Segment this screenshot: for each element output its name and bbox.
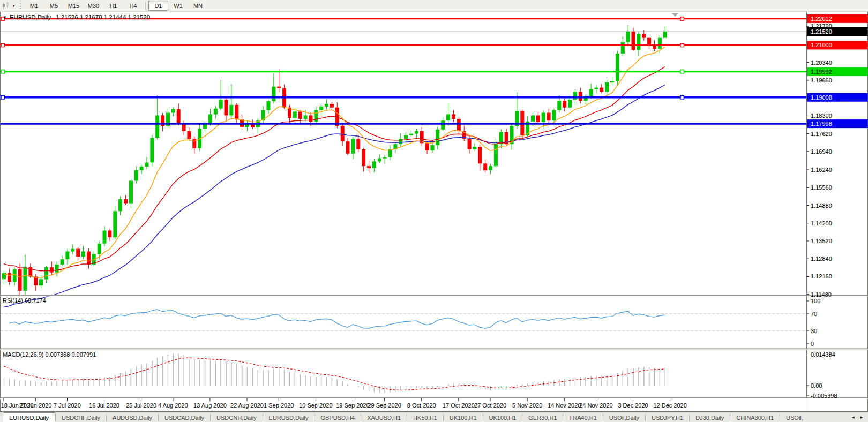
tab-scroll-arrows: ◄ ► xyxy=(847,412,868,422)
svg-text:1.12840: 1.12840 xyxy=(811,255,832,262)
svg-text:1.14200: 1.14200 xyxy=(811,220,832,227)
svg-text:1.18300: 1.18300 xyxy=(811,112,832,119)
svg-text:1.12160: 1.12160 xyxy=(811,273,832,280)
svg-text:10 Sep 2020: 10 Sep 2020 xyxy=(299,402,332,409)
timeframe-button-m5[interactable]: M5 xyxy=(44,1,64,11)
svg-text:1 Sep 2020: 1 Sep 2020 xyxy=(264,402,294,409)
svg-text:1.11480: 1.11480 xyxy=(811,291,832,298)
svg-text:0.00: 0.00 xyxy=(811,382,822,389)
chart-tab-13[interactable]: USOil,Daily xyxy=(603,412,645,422)
svg-text:3 Dec 2020: 3 Dec 2020 xyxy=(618,402,648,409)
svg-text:16 Jul 2020: 16 Jul 2020 xyxy=(89,402,119,409)
chart-tab-9[interactable]: UK100,H1 xyxy=(444,412,483,422)
svg-text:1.17998: 1.17998 xyxy=(811,120,832,127)
chart-canvas[interactable]: 1.217201.203401.196601.183001.176201.169… xyxy=(0,0,868,422)
chart-tab-12[interactable]: FRA40,H1 xyxy=(563,412,602,422)
top-toolbar: ▼ M1M5M15M30H1H4D1W1MN xyxy=(0,0,868,12)
svg-text:1.13520: 1.13520 xyxy=(811,238,832,244)
timeframe-button-m30[interactable]: M30 xyxy=(84,1,103,11)
svg-text:70: 70 xyxy=(811,311,817,317)
chart-tabs: EURUSD,DailyUSDCHF,DailyAUDUSD,DailyUSDC… xyxy=(0,412,809,422)
svg-text:0.014384: 0.014384 xyxy=(811,351,835,358)
chart-type-button[interactable]: ▼ xyxy=(2,2,17,10)
svg-text:100: 100 xyxy=(811,298,820,304)
chart-tab-16[interactable]: CHINA300,H1 xyxy=(730,412,780,422)
svg-text:29 Sep 2020: 29 Sep 2020 xyxy=(368,402,401,409)
tab-scroll-right-icon[interactable]: ► xyxy=(859,415,864,420)
symbol-dropdown-icon[interactable]: ▼ xyxy=(3,15,7,20)
svg-text:1.21520: 1.21520 xyxy=(811,28,832,35)
tab-scroll-left-icon[interactable]: ◄ xyxy=(851,415,855,420)
svg-text:1.21000: 1.21000 xyxy=(811,42,832,48)
svg-text:19 Sep 2020: 19 Sep 2020 xyxy=(336,402,369,409)
symbol-period-label: EURUSD,Daily xyxy=(10,14,51,20)
svg-text:17 Oct 2020: 17 Oct 2020 xyxy=(443,402,475,409)
toolbar-drag-handle[interactable] xyxy=(20,2,21,10)
chart-tab-1[interactable]: USDCHF,Daily xyxy=(56,412,106,422)
rsi-indicator-label: RSI(14) 68.7174 xyxy=(3,297,46,304)
svg-text:12 Dec 2020: 12 Dec 2020 xyxy=(653,402,686,409)
svg-text:27 Jun 2020: 27 Jun 2020 xyxy=(19,402,52,409)
chart-tab-4[interactable]: USDCNH,Daily xyxy=(211,412,263,422)
svg-text:1.16940: 1.16940 xyxy=(811,148,832,155)
svg-text:1.19660: 1.19660 xyxy=(811,77,832,84)
chart-tab-2[interactable]: AUDUSD,Daily xyxy=(107,412,158,422)
svg-text:1.19992: 1.19992 xyxy=(811,69,832,75)
svg-text:1.20340: 1.20340 xyxy=(811,59,832,66)
svg-text:-0.005398: -0.005398 xyxy=(811,393,837,399)
chart-tab-6[interactable]: GBPUSD,H4 xyxy=(315,412,361,422)
timeframe-buttons: M1M5M15M30H1H4D1W1MN xyxy=(24,1,208,11)
svg-text:1.22012: 1.22012 xyxy=(811,16,832,22)
svg-text:24 Nov 2020: 24 Nov 2020 xyxy=(579,402,612,409)
svg-text:8 Oct 2020: 8 Oct 2020 xyxy=(407,402,436,409)
svg-text:1.19008: 1.19008 xyxy=(811,94,832,101)
chart-tab-15[interactable]: DJ30,Daily xyxy=(690,412,730,422)
svg-text:30: 30 xyxy=(811,328,817,334)
toolbar-separator xyxy=(145,2,146,10)
candlestick-chart-icon xyxy=(2,2,10,10)
timeframe-button-w1[interactable]: W1 xyxy=(168,1,188,11)
timeframe-button-m1[interactable]: M1 xyxy=(24,1,44,11)
svg-text:13 Aug 2020: 13 Aug 2020 xyxy=(193,402,227,409)
chart-title: ▼ EURUSD,Daily 1.21526 1.21678 1.21444 1… xyxy=(3,14,150,20)
svg-text:1.16240: 1.16240 xyxy=(811,167,832,173)
macd-indicator-label: MACD(12,26,9) 0.007368 0.007991 xyxy=(3,351,96,358)
chart-tab-5[interactable]: EURUSD,Daily xyxy=(263,412,315,422)
chart-tab-10[interactable]: UK100,H1 xyxy=(483,412,522,422)
svg-text:14 Nov 2020: 14 Nov 2020 xyxy=(548,402,581,409)
svg-text:22 Aug 2020: 22 Aug 2020 xyxy=(230,402,264,409)
chevron-down-icon[interactable]: ▼ xyxy=(12,4,16,8)
svg-text:5 Nov 2020: 5 Nov 2020 xyxy=(512,402,542,409)
timeframe-button-h1[interactable]: H1 xyxy=(103,1,123,11)
chart-tab-11[interactable]: GER30,H1 xyxy=(522,412,563,422)
timeframe-button-d1[interactable]: D1 xyxy=(148,1,168,11)
chart-tab-8[interactable]: HK50,H1 xyxy=(407,412,443,422)
svg-text:25 Jul 2020: 25 Jul 2020 xyxy=(126,402,156,409)
chart-tab-3[interactable]: USDCAD,Daily xyxy=(159,412,210,422)
svg-text:1.15560: 1.15560 xyxy=(811,184,832,191)
chart-tab-17[interactable]: USOil, xyxy=(780,412,809,422)
chart-tab-bar: EURUSD,DailyUSDCHF,DailyAUDUSD,DailyUSDC… xyxy=(0,412,868,422)
svg-text:27 Oct 2020: 27 Oct 2020 xyxy=(474,402,506,409)
chart-tab-0[interactable]: EURUSD,Daily xyxy=(3,412,55,422)
svg-text:4 Aug 2020: 4 Aug 2020 xyxy=(158,402,188,409)
svg-text:0: 0 xyxy=(811,341,814,347)
chart-tab-14[interactable]: USDJPY,H1 xyxy=(646,412,689,422)
timeframe-button-h4[interactable]: H4 xyxy=(123,1,143,11)
svg-text:1.17620: 1.17620 xyxy=(811,131,832,137)
timeframe-button-mn[interactable]: MN xyxy=(188,1,208,11)
ohlc-values-label: 1.21526 1.21678 1.21444 1.21520 xyxy=(56,14,150,20)
timeframe-button-m15[interactable]: M15 xyxy=(64,1,84,11)
svg-text:7 Jul 2020: 7 Jul 2020 xyxy=(54,402,81,409)
chart-shift-marker-icon[interactable] xyxy=(671,13,679,17)
chart-tab-7[interactable]: XAUUSD,H1 xyxy=(361,412,407,422)
svg-text:1.14880: 1.14880 xyxy=(811,202,832,209)
